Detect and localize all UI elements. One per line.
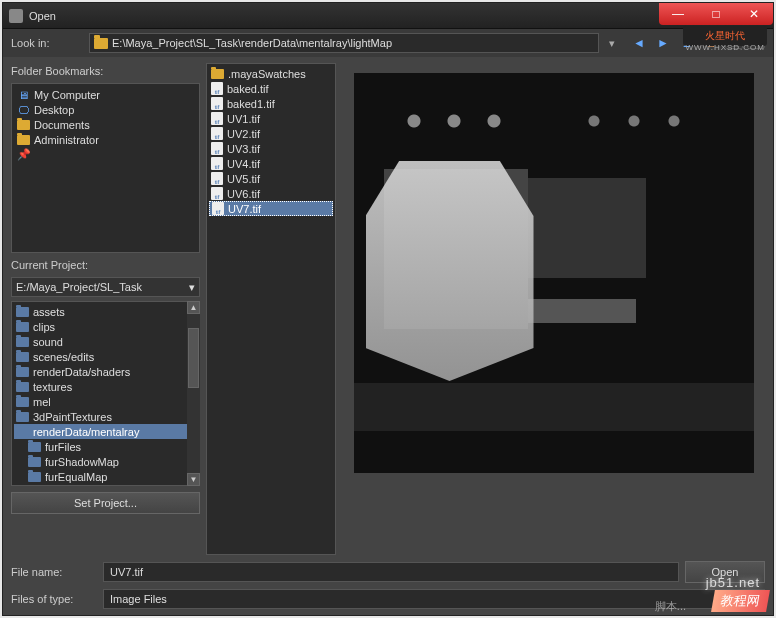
- folder-icon: [16, 337, 29, 347]
- file-item-label: UV1.tif: [227, 113, 260, 125]
- project-label: Current Project:: [11, 259, 200, 271]
- tree-item[interactable]: assets: [14, 304, 197, 319]
- image-preview: [354, 73, 754, 473]
- dialog-body: Folder Bookmarks: 🖥My Computer🖵DesktopDo…: [3, 57, 773, 615]
- tif-file-icon: [211, 187, 223, 200]
- tree-item[interactable]: clips: [14, 319, 197, 334]
- folder-icon: [28, 457, 41, 467]
- folder-icon: [16, 352, 29, 362]
- tree-scrollbar[interactable]: ▲ ▼: [187, 301, 200, 486]
- tree-item[interactable]: mel: [14, 394, 197, 409]
- tree-item[interactable]: 3dPaintTextures: [14, 409, 197, 424]
- bookmark-item[interactable]: Documents: [15, 117, 196, 132]
- folder-icon: [16, 307, 29, 317]
- set-project-button[interactable]: Set Project...: [11, 492, 200, 514]
- bookmark-item[interactable]: 🖵Desktop: [15, 102, 196, 117]
- folder-icon: [16, 322, 29, 332]
- app-icon: [9, 9, 23, 23]
- folder-icon: [16, 412, 29, 422]
- pin-icon: 📌: [17, 149, 30, 160]
- tree-item-label: furFiles: [45, 441, 81, 453]
- file-item[interactable]: .mayaSwatches: [209, 66, 333, 81]
- bookmark-label: Desktop: [34, 104, 74, 116]
- minimize-button[interactable]: —: [659, 3, 697, 25]
- filetype-dropdown[interactable]: Image Files: [103, 589, 765, 609]
- tree-item-label: scenes/edits: [33, 351, 94, 363]
- file-item[interactable]: UV5.tif: [209, 171, 333, 186]
- file-item[interactable]: UV3.tif: [209, 141, 333, 156]
- folder-icon: [211, 69, 224, 79]
- file-item-label: baked.tif: [227, 83, 269, 95]
- tif-file-icon: [211, 97, 223, 110]
- lookin-path-text: E:\Maya_Project\SL_Task\renderData\menta…: [112, 37, 594, 49]
- bookmark-label: Administrator: [34, 134, 99, 146]
- tree-item[interactable]: textures: [14, 379, 197, 394]
- window-title: Open: [29, 10, 767, 22]
- bookmark-label: Documents: [34, 119, 90, 131]
- titlebar[interactable]: Open: [3, 3, 773, 29]
- tree-item-label: assets: [33, 306, 65, 318]
- tree-item[interactable]: furEqualMap: [14, 469, 197, 484]
- file-list[interactable]: .mayaSwatchesbaked.tifbaked1.tifUV1.tifU…: [206, 63, 336, 555]
- tree-item[interactable]: furShadowMap: [14, 454, 197, 469]
- project-path-dropdown[interactable]: E:/Maya_Project/SL_Task ▾: [11, 277, 200, 297]
- folder-icon: [94, 38, 108, 49]
- dropdown-arrow-icon[interactable]: ▾: [605, 37, 619, 50]
- filename-label: File name:: [11, 566, 97, 578]
- nav-forward-icon[interactable]: ►: [653, 33, 673, 53]
- tif-file-icon: [211, 127, 223, 140]
- tree-item-label: textures: [33, 381, 72, 393]
- bookmark-item[interactable]: 📌: [15, 147, 196, 162]
- scroll-up-icon[interactable]: ▲: [187, 301, 200, 314]
- main-columns: Folder Bookmarks: 🖥My Computer🖵DesktopDo…: [3, 57, 773, 555]
- tree-item-label: furEqualMap: [45, 471, 107, 483]
- file-item[interactable]: UV7.tif: [209, 201, 333, 216]
- tree-item-label: mel: [33, 396, 51, 408]
- open-button[interactable]: Open: [685, 561, 765, 583]
- file-item-label: .mayaSwatches: [228, 68, 306, 80]
- lookin-label: Look in:: [11, 37, 83, 49]
- folder-icon: [17, 134, 30, 145]
- lookin-path-dropdown[interactable]: E:\Maya_Project\SL_Task\renderData\menta…: [89, 33, 599, 53]
- bookmark-item[interactable]: 🖥My Computer: [15, 87, 196, 102]
- tree-item-label: clips: [33, 321, 55, 333]
- close-button[interactable]: ✕: [735, 3, 773, 25]
- scroll-down-icon[interactable]: ▼: [187, 473, 200, 486]
- computer-icon: 🖥: [17, 89, 30, 100]
- bookmarks-list[interactable]: 🖥My Computer🖵DesktopDocumentsAdministrat…: [11, 83, 200, 253]
- tree-item-label: furImages: [45, 486, 94, 487]
- tree-item[interactable]: sound: [14, 334, 197, 349]
- file-item-label: UV6.tif: [227, 188, 260, 200]
- folder-icon: [16, 382, 29, 392]
- preview-column: [342, 63, 765, 555]
- maximize-button[interactable]: □: [697, 3, 735, 25]
- tif-file-icon: [211, 82, 223, 95]
- scroll-thumb[interactable]: [188, 328, 199, 388]
- bookmark-item[interactable]: Administrator: [15, 132, 196, 147]
- file-item[interactable]: UV1.tif: [209, 111, 333, 126]
- file-item[interactable]: UV4.tif: [209, 156, 333, 171]
- nav-back-icon[interactable]: ◄: [629, 33, 649, 53]
- filename-input[interactable]: UV7.tif: [103, 562, 679, 582]
- file-item-label: baked1.tif: [227, 98, 275, 110]
- desktop-icon: 🖵: [17, 104, 30, 115]
- tree-item-label: renderData/mentalray: [33, 426, 139, 438]
- file-item[interactable]: UV6.tif: [209, 186, 333, 201]
- bookmarks-label: Folder Bookmarks:: [11, 65, 200, 77]
- tree-item[interactable]: furFiles: [14, 439, 197, 454]
- file-item[interactable]: baked1.tif: [209, 96, 333, 111]
- filetype-label: Files of type:: [11, 593, 97, 605]
- open-dialog-window: — □ ✕ 火星时代 WWW.HXSD.COM Open Look in: E:…: [2, 2, 774, 616]
- tree-item[interactable]: scenes/edits: [14, 349, 197, 364]
- tif-file-icon: [212, 202, 224, 215]
- tree-item[interactable]: renderData/shaders: [14, 364, 197, 379]
- tree-item[interactable]: furImages: [14, 484, 197, 486]
- file-item-label: UV3.tif: [227, 143, 260, 155]
- file-item[interactable]: baked.tif: [209, 81, 333, 96]
- project-tree[interactable]: assetsclipssoundscenes/editsrenderData/s…: [11, 301, 200, 486]
- tree-item-label: renderData/shaders: [33, 366, 130, 378]
- file-item[interactable]: UV2.tif: [209, 126, 333, 141]
- tree-item[interactable]: renderData/mentalray: [14, 424, 197, 439]
- bookmark-label: My Computer: [34, 89, 100, 101]
- file-item-label: UV7.tif: [228, 203, 261, 215]
